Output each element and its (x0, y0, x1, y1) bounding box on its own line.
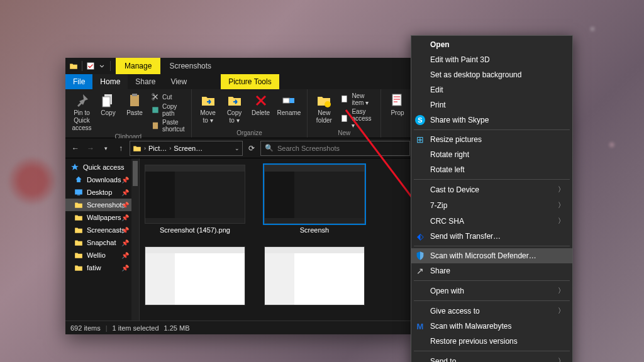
back-button[interactable]: ← (69, 142, 82, 155)
sidebar-item[interactable]: Desktop📌 (65, 186, 139, 199)
context-menu-item[interactable]: Open (411, 37, 572, 52)
recent-dropdown[interactable]: ▾ (99, 142, 112, 155)
refresh-button[interactable]: ⟳ (245, 144, 258, 153)
tab-file[interactable]: File (65, 74, 92, 89)
copy-to-button[interactable]: Copy to ▾ (222, 92, 247, 126)
breadcrumb-segment[interactable]: Pict… (148, 145, 167, 152)
paste-button[interactable]: Paste (122, 92, 147, 133)
up-button[interactable]: ↑ (114, 142, 127, 155)
context-menu-item[interactable]: Open with〉 (411, 283, 572, 299)
cut-button[interactable]: Cut (148, 92, 187, 102)
file-thumbnail[interactable] (264, 246, 365, 308)
svg-rect-7 (152, 107, 158, 112)
context-menu-item[interactable]: Cast to Device〉 (411, 182, 572, 197)
svg-rect-4 (132, 94, 137, 96)
ribbon-group-organize: Move to ▾ Copy to ▾ Delete Rename Organi… (192, 89, 308, 138)
folder-icon (133, 144, 142, 153)
context-menu-item[interactable]: Send to〉 (411, 353, 572, 362)
ribbon-group-label: New (311, 129, 377, 136)
context-menu-item[interactable]: Restore previous versions (411, 334, 572, 349)
svg-rect-14 (392, 94, 401, 106)
menu-separator (414, 300, 570, 301)
properties-button[interactable]: Prop (385, 92, 410, 118)
easy-access-button[interactable]: Easy access ▾ (338, 107, 377, 129)
dropdown-icon[interactable] (97, 62, 106, 70)
sidebar-item[interactable]: Wellio📌 (65, 249, 139, 261)
menu-separator (414, 351, 570, 351)
chevron-right-icon: 〉 (558, 200, 565, 210)
sidebar-item[interactable]: Screencasts📌 (65, 224, 139, 236)
pin-icon: 📌 (121, 252, 129, 259)
move-to-icon (201, 93, 216, 108)
file-thumbnail[interactable] (145, 246, 245, 308)
nav-pane: Quick access Downloads📌Desktop📌Screensho… (65, 158, 140, 321)
forward-button[interactable]: → (84, 142, 97, 155)
pin-icon: 📌 (121, 239, 129, 246)
chevron-down-icon[interactable]: ⌄ (235, 145, 240, 151)
scrollbar-thumb[interactable] (133, 161, 138, 186)
file-name: Screenshot (1457).png (160, 226, 230, 234)
malwarebytes-icon: M (415, 321, 425, 331)
move-to-button[interactable]: Move to ▾ (196, 92, 221, 126)
context-menu-item[interactable]: Rotate right (411, 147, 572, 162)
ribbon: Pin to Quick access Copy Paste Cut (65, 89, 414, 138)
new-item-icon (340, 95, 349, 104)
context-menu-item[interactable]: ↗Share (411, 263, 572, 278)
quick-access-header[interactable]: Quick access (65, 161, 139, 173)
titlebar: Manage Screenshots (65, 58, 414, 74)
folder-icon (74, 200, 83, 209)
search-box[interactable]: 🔍 Search Screenshots (260, 141, 410, 156)
contextual-tab-manage[interactable]: Manage (116, 58, 160, 74)
sidebar-item[interactable]: Snapchat📌 (65, 236, 139, 249)
context-menu-item[interactable]: ⬖Send with Transfer… (411, 229, 572, 244)
copy-path-button[interactable]: Copy path (148, 102, 187, 118)
tab-share[interactable]: Share (128, 74, 163, 89)
delete-icon (253, 93, 269, 108)
context-menu-item[interactable]: Print (411, 97, 572, 112)
checkbox-icon[interactable] (86, 62, 95, 70)
context-menu-item[interactable]: Rotate left (411, 162, 572, 177)
resize-icon: ⊞ (415, 134, 425, 145)
svg-rect-12 (342, 96, 347, 102)
context-menu-item[interactable]: Edit with Paint 3D (411, 52, 572, 67)
breadcrumb-segment[interactable]: Screen… (174, 145, 203, 152)
context-menu-item[interactable]: Give access to〉 (411, 303, 572, 319)
file-list: Screenshot (1457).pngScreensh (140, 158, 414, 321)
context-menu-item[interactable]: MScan with Malwarebytes (411, 319, 572, 334)
paste-shortcut-button[interactable]: Paste shortcut (148, 118, 187, 133)
svg-rect-2 (103, 97, 110, 107)
chevron-right-icon: 〉 (558, 306, 565, 315)
context-menu-item[interactable]: CRC SHA〉 (411, 213, 572, 229)
copy-button[interactable]: Copy (96, 92, 121, 133)
context-menu-item[interactable]: Scan with Microsoft Defender… (411, 248, 572, 263)
new-folder-button[interactable]: New folder (311, 92, 336, 129)
context-menu-item[interactable]: ⊞Resize pictures (411, 132, 572, 147)
scrollbar[interactable] (131, 158, 139, 321)
sidebar-item[interactable]: fatiw📌 (65, 261, 139, 274)
new-item-button[interactable]: New item ▾ (338, 92, 377, 107)
svg-point-11 (325, 101, 331, 107)
file-thumbnail[interactable]: Screenshot (1457).png (145, 165, 245, 234)
tab-home[interactable]: Home (92, 74, 128, 89)
delete-button[interactable]: Delete (248, 92, 274, 126)
rename-button[interactable]: Rename (275, 92, 304, 126)
menu-separator (414, 280, 570, 281)
breadcrumb[interactable]: › Pict… › Screen… ⌄ (130, 141, 243, 156)
tab-view[interactable]: View (163, 74, 194, 89)
context-menu-item[interactable]: Edit (411, 82, 572, 97)
sidebar-item[interactable]: Wallpapers📌 (65, 211, 139, 224)
sidebar-item[interactable]: Screenshots📌 (65, 199, 139, 211)
folder-icon (74, 188, 83, 197)
tab-picture-tools[interactable]: Picture Tools (221, 74, 279, 89)
context-menu-item[interactable]: Set as desktop background (411, 67, 572, 82)
context-menu-item[interactable]: 7-Zip〉 (411, 197, 572, 213)
pin-icon: 📌 (121, 265, 129, 272)
thumbnail-image (145, 165, 245, 224)
folder-icon (74, 213, 83, 222)
dropbox-icon: ⬖ (415, 231, 425, 241)
pin-quick-access-button[interactable]: Pin to Quick access (69, 92, 94, 133)
file-thumbnail[interactable]: Screensh (264, 165, 365, 234)
sidebar-item[interactable]: Downloads📌 (65, 173, 139, 186)
menu-separator (414, 246, 570, 246)
context-menu-item[interactable]: SShare with Skype (411, 112, 572, 128)
